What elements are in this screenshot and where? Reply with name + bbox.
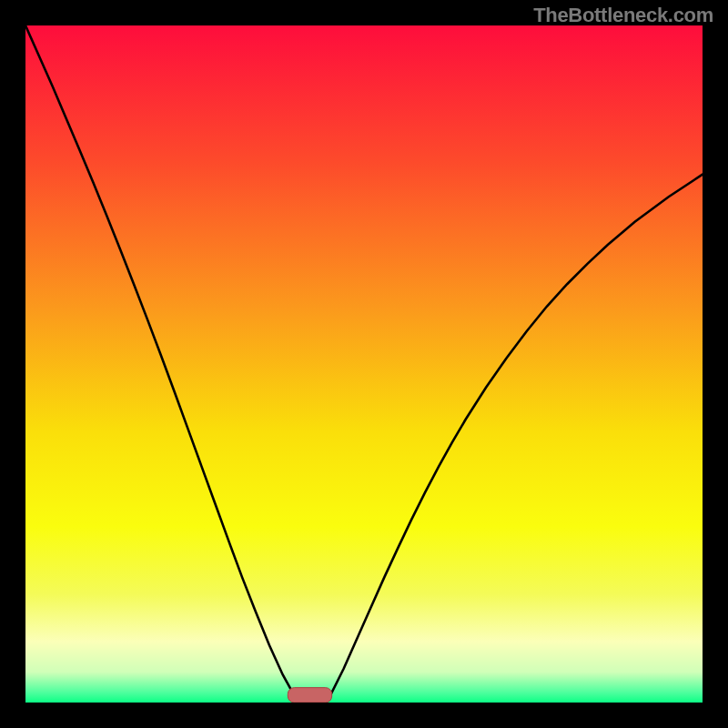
- bottleneck-chart: [25, 25, 703, 703]
- plot-background: [25, 25, 703, 703]
- optimum-marker: [288, 688, 331, 703]
- watermark-text: TheBottleneck.com: [533, 4, 713, 27]
- chart-frame: TheBottleneck.com: [0, 0, 728, 728]
